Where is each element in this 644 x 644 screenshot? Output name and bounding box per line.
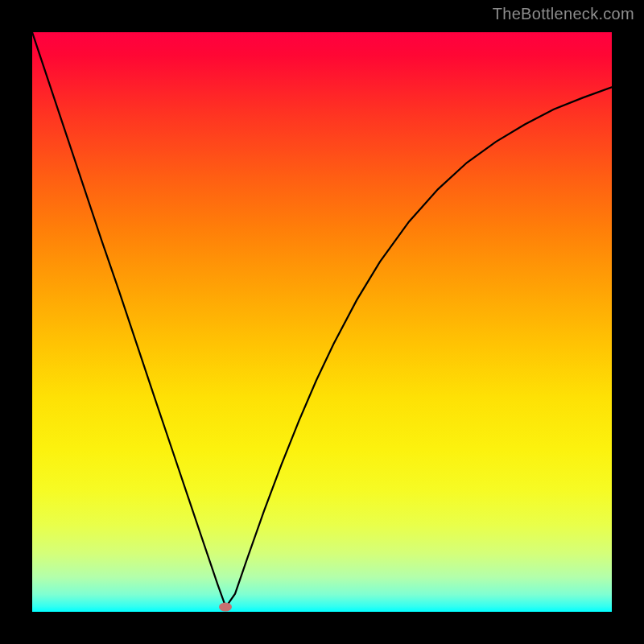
plot-area bbox=[32, 32, 612, 612]
chart-frame: TheBottleneck.com bbox=[0, 0, 644, 644]
bottleneck-curve bbox=[32, 32, 612, 612]
minimum-marker bbox=[219, 603, 232, 612]
watermark: TheBottleneck.com bbox=[493, 5, 634, 23]
